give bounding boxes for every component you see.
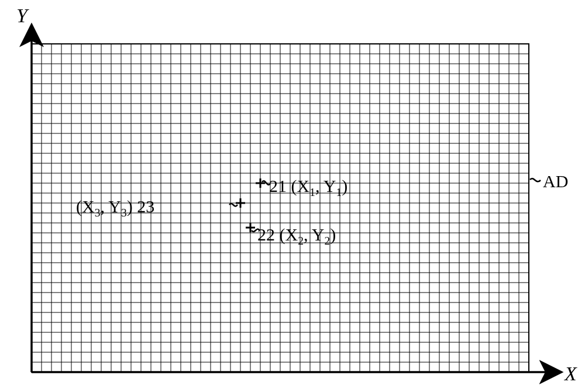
point-22-marker-real bbox=[246, 223, 255, 232]
diagram-canvas: Y X AD 21 (X1, Y1) (X3, Y3) 23 22 (X2, Y… bbox=[0, 0, 585, 392]
grid bbox=[32, 44, 529, 372]
diagram-svg bbox=[0, 0, 585, 392]
leader-22 bbox=[252, 229, 260, 232]
point-23-marker bbox=[236, 198, 245, 208]
leader-ad bbox=[530, 178, 541, 181]
point-21-marker bbox=[256, 178, 265, 188]
